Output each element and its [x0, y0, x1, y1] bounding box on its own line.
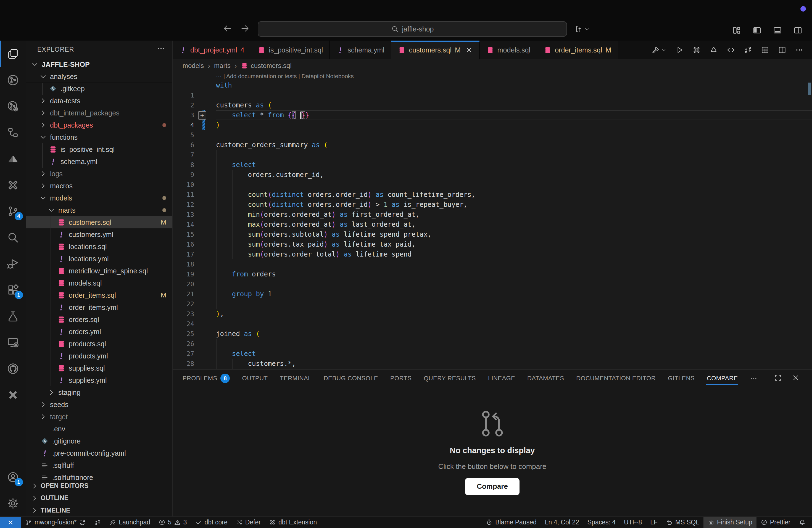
customize-layout-button[interactable]	[732, 26, 741, 36]
toggle-panel-button[interactable]	[773, 26, 782, 36]
code-line-7[interactable]: 7 customer_orders_summary as (	[173, 140, 812, 150]
code-line-27[interactable]: 27	[173, 339, 812, 349]
tree-item-marts[interactable]: marts	[26, 204, 172, 216]
split-editor-button[interactable]	[778, 46, 787, 54]
close-icon[interactable]	[465, 46, 473, 54]
code-line-3[interactable]: 3 customers as (	[173, 100, 812, 110]
tree-item-schema.yml[interactable]: schema.yml	[26, 156, 172, 167]
activity-testing[interactable]	[0, 303, 26, 329]
code-line-5[interactable]: 5 )	[173, 120, 812, 130]
altimate-ai-button[interactable]	[709, 46, 718, 54]
tab-schema.yml[interactable]: schema.yml	[330, 41, 391, 59]
tree-item-order_items.yml[interactable]: order_items.yml	[26, 301, 172, 313]
code-line-1[interactable]: 1 with	[173, 80, 812, 90]
compare-changes-button[interactable]	[743, 46, 752, 54]
status-dbt-extension-status[interactable]: dbt Extension	[265, 517, 321, 528]
tree-item-orders.yml[interactable]: orders.yml	[26, 326, 172, 338]
code-line-28[interactable]: 28 select	[173, 349, 812, 359]
code-line-16[interactable]: 16 sum(orders.subtotal) as lifetime_spen…	[173, 230, 812, 239]
code-line-11[interactable]: 11	[173, 180, 812, 190]
panel-tab-output[interactable]: OUTPUT	[236, 370, 274, 387]
activity-github[interactable]	[0, 355, 26, 382]
build-tool-button[interactable]	[651, 46, 667, 54]
tree-item-customers.sql[interactable]: customers.sqlM	[26, 216, 172, 229]
close-panel-button[interactable]	[792, 373, 800, 383]
tree-item-.sqlfluff[interactable]: .sqlfluff	[26, 459, 172, 471]
status-prettier[interactable]: Prettier	[756, 517, 795, 528]
status-indentation[interactable]: Spaces: 4	[583, 517, 620, 528]
tab-dbt_project.yml[interactable]: dbt_project.yml 4	[173, 41, 251, 59]
tree-item-models.sql[interactable]: models.sql	[26, 277, 172, 289]
activity-search[interactable]	[0, 224, 26, 250]
status-git-branch[interactable]: mwong-fusion*	[21, 517, 90, 528]
navigate-forward-button[interactable]	[240, 24, 250, 34]
run-query-button[interactable]	[675, 46, 684, 54]
toggle-primary-sidebar-button[interactable]	[752, 26, 762, 36]
status-problems-summary[interactable]: 53	[155, 517, 191, 528]
activity-extensions[interactable]: 1	[0, 277, 26, 303]
sidebar-section-timeline[interactable]: TIMELINE	[26, 504, 172, 516]
activity-altimate-datapilot[interactable]	[0, 146, 26, 172]
breadcrumb[interactable]: models marts customers.sql	[173, 59, 812, 72]
sidebar-section-outline[interactable]: OUTLINE	[26, 492, 172, 504]
tree-item-supplies.yml[interactable]: supplies.yml	[26, 374, 172, 386]
code-line-21[interactable]: 21	[173, 279, 812, 289]
tree-item-metricflow_time_spine.sql[interactable]: metricflow_time_spine.sql	[26, 265, 172, 277]
remote-indicator[interactable]	[0, 517, 21, 528]
code-line-22[interactable]: 22 group by 1	[173, 289, 812, 299]
breadcrumb-item[interactable]: customers.sql	[241, 62, 292, 70]
status-finish-setup[interactable]: Finish Setup	[704, 517, 756, 528]
code-line-2[interactable]: 2	[173, 90, 812, 100]
activity-accounts[interactable]: 1	[0, 464, 26, 490]
activity-dbt-view[interactable]	[0, 172, 26, 198]
activity-dbt-power-user[interactable]	[0, 67, 26, 93]
query-results-button[interactable]	[760, 46, 769, 54]
code-line-24[interactable]: 24 ),	[173, 309, 812, 319]
panel-tab-compare[interactable]: COMPARE	[701, 370, 744, 387]
status-blame-status[interactable]: Blame Paused	[482, 517, 541, 528]
status-eol[interactable]: LF	[646, 517, 662, 528]
toggle-secondary-sidebar-button[interactable]	[793, 26, 802, 36]
panel-tab-documentation-editor[interactable]: DOCUMENTATION EDITOR	[570, 370, 662, 387]
status-launchpad[interactable]: Launchpad	[105, 517, 155, 528]
tree-item-products.yml[interactable]: products.yml	[26, 350, 172, 362]
activity-source-control[interactable]: 4	[0, 198, 26, 224]
tree-item-supplies.sql[interactable]: supplies.sql	[26, 362, 172, 374]
activity-dbt-lineage[interactable]	[0, 93, 26, 119]
tree-item-is_positive_int.sql[interactable]: is_positive_int.sql	[26, 143, 172, 156]
status-dbt-core[interactable]: dbt core	[191, 517, 232, 528]
tree-item-locations.yml[interactable]: locations.yml	[26, 253, 172, 265]
panel-tab-terminal[interactable]: TERMINAL	[274, 370, 317, 387]
maximize-panel-button[interactable]	[774, 373, 782, 383]
code-editor[interactable]: 1 with 2 3 customers as ( 4 select * fro…	[173, 80, 812, 369]
panel-tab-datamates[interactable]: DATAMATES	[521, 370, 570, 387]
activity-settings[interactable]	[0, 490, 26, 516]
tree-item-.sqlfluffignore[interactable]: .sqlfluffignore	[26, 471, 172, 480]
compare-button[interactable]: Compare	[465, 478, 520, 495]
tab-models.sql[interactable]: models.sql	[480, 41, 537, 59]
tree-item-staging[interactable]: staging	[26, 386, 172, 398]
code-lens[interactable]: ··· | Add documentation or tests | Datap…	[173, 72, 812, 80]
status-language-mode[interactable]: MS SQL	[662, 517, 704, 528]
sidebar-section-open-editors[interactable]: OPEN EDITORS	[26, 480, 172, 492]
panel-tab-query-results[interactable]: QUERY RESULTS	[418, 370, 482, 387]
panel-tab-debug-console[interactable]: DEBUG CONSOLE	[318, 370, 384, 387]
code-line-12[interactable]: 12 count(distinct orders.order_id) as co…	[173, 190, 812, 200]
status-cursor-position[interactable]: Ln 4, Col 22	[541, 517, 583, 528]
breadcrumb-item[interactable]: models	[183, 62, 204, 70]
activity-flowchart-view[interactable]	[0, 119, 26, 146]
code-line-8[interactable]: 8	[173, 150, 812, 160]
breadcrumb-item[interactable]: marts	[214, 62, 231, 70]
status-notifications[interactable]	[795, 517, 810, 528]
code-line-23[interactable]: 23	[173, 299, 812, 309]
tab-order_items.sql[interactable]: order_items.sql M	[537, 41, 618, 59]
tree-item-functions[interactable]: functions	[26, 131, 172, 143]
tree-item-orders.sql[interactable]: orders.sql	[26, 313, 172, 326]
activity-explorer[interactable]	[0, 41, 26, 67]
status-compare-working-tree[interactable]	[90, 517, 105, 528]
more-panel-tabs-button[interactable]	[744, 370, 764, 387]
code-line-13[interactable]: 13 count(distinct orders.order_id) > 1 a…	[173, 200, 812, 210]
tree-item-customers.yml[interactable]: customers.yml	[26, 229, 172, 240]
code-line-6[interactable]: 6	[173, 130, 812, 140]
tree-item-.gitkeep[interactable]: .gitkeep	[26, 83, 172, 95]
